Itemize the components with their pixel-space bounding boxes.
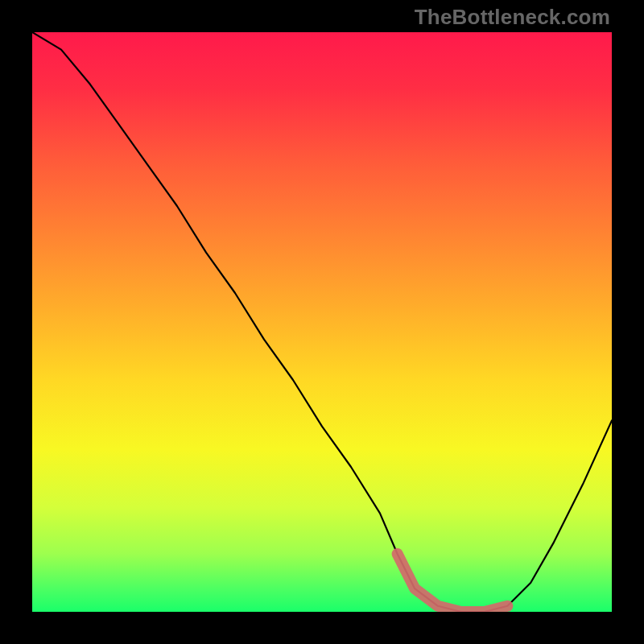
highlight-band [398,554,508,612]
plot-area [32,32,612,612]
bottleneck-curve [32,32,612,612]
watermark-text: TheBottleneck.com [415,5,610,30]
chart-stage: TheBottleneck.com [0,0,644,644]
curve-layer [32,32,612,612]
